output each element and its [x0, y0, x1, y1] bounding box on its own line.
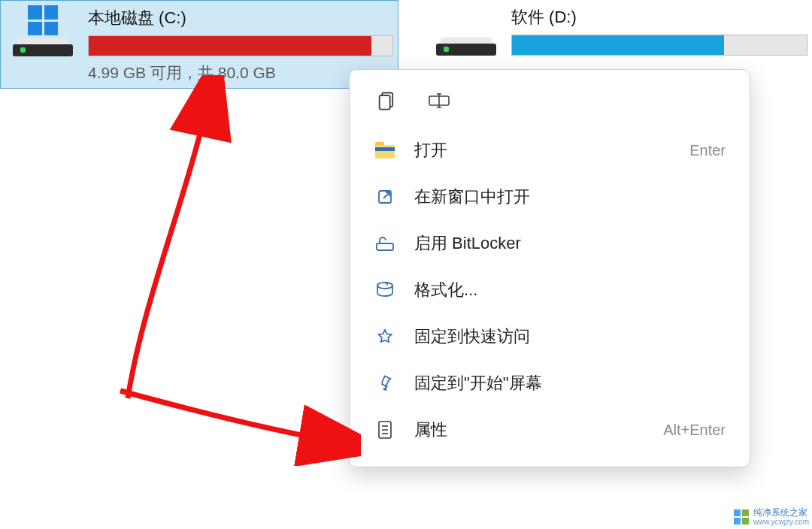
drive-c-tile[interactable]: 本地磁盘 (C:) 4.99 GB 可用，共 80.0 GB	[0, 0, 398, 89]
pin-icon	[374, 372, 396, 394]
context-menu-toolbar	[360, 83, 739, 127]
watermark-logo-icon	[734, 509, 749, 524]
drive-c-stats: 4.99 GB 可用，共 80.0 GB	[88, 62, 393, 83]
drive-c-capacity-bar	[88, 35, 393, 56]
menu-format[interactable]: 格式化...	[360, 267, 739, 313]
menu-properties[interactable]: 属性 Alt+Enter	[360, 407, 739, 453]
watermark: 纯净系统之家 www.ycwjzy.com	[734, 508, 809, 526]
drive-d-name: 软件 (D:)	[511, 6, 807, 29]
menu-format-label: 格式化...	[414, 279, 726, 301]
annotation-arrow-up	[98, 75, 271, 406]
drive-context-menu: 打开 Enter 在新窗口中打开 启用 BitLocker	[349, 69, 750, 467]
drive-d-icon	[429, 5, 504, 56]
lock-icon	[374, 232, 396, 255]
menu-properties-accel: Alt+Enter	[663, 422, 726, 439]
drive-c-icon	[5, 5, 80, 56]
menu-pin-start-label: 固定到"开始"屏幕	[414, 372, 726, 394]
star-icon	[374, 325, 396, 348]
menu-open-new-window[interactable]: 在新窗口中打开	[360, 174, 739, 220]
svg-point-8	[377, 283, 392, 289]
format-icon	[374, 279, 396, 301]
drive-d-tile[interactable]: 软件 (D:)	[424, 0, 812, 66]
drive-c-capacity-fill	[89, 36, 371, 56]
copy-icon[interactable]	[374, 88, 399, 113]
watermark-title: 纯净系统之家	[753, 508, 809, 518]
menu-pin-quick-label: 固定到快速访问	[414, 325, 726, 348]
open-external-icon	[374, 186, 396, 208]
menu-open-accel: Enter	[689, 142, 726, 159]
svg-rect-1	[380, 95, 390, 110]
annotation-arrow-right	[113, 361, 361, 466]
menu-bitlocker-label: 启用 BitLocker	[414, 232, 726, 255]
folder-open-icon	[374, 139, 396, 162]
watermark-subtitle: www.ycwjzy.com	[753, 518, 809, 526]
drive-c-name: 本地磁盘 (C:)	[88, 7, 393, 29]
menu-open[interactable]: 打开 Enter	[360, 127, 739, 174]
menu-pin-start[interactable]: 固定到"开始"屏幕	[360, 360, 739, 407]
menu-pin-quick-access[interactable]: 固定到快速访问	[360, 313, 739, 360]
menu-open-new-window-label: 在新窗口中打开	[414, 186, 726, 208]
windows-logo-icon	[28, 5, 58, 35]
properties-icon	[374, 419, 396, 441]
drive-d-capacity-bar	[511, 35, 807, 56]
hdd-icon	[436, 38, 496, 56]
svg-rect-7	[377, 243, 393, 250]
hdd-icon	[13, 38, 73, 56]
menu-properties-label: 属性	[414, 419, 645, 441]
drive-d-capacity-fill	[512, 35, 724, 55]
menu-open-label: 打开	[414, 139, 671, 162]
menu-bitlocker[interactable]: 启用 BitLocker	[360, 220, 739, 267]
rename-icon[interactable]	[426, 88, 452, 113]
